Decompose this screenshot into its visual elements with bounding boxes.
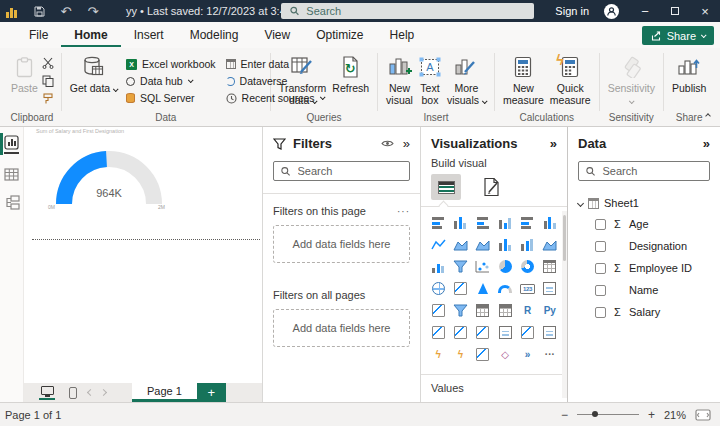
card-icon[interactable]: 123 <box>518 280 536 297</box>
zoom-slider[interactable] <box>577 414 639 415</box>
text-box-button[interactable]: A Textbox <box>416 53 444 108</box>
search-input[interactable] <box>306 5 525 17</box>
new-card-icon[interactable]: ϟ <box>429 346 447 363</box>
cut-icon[interactable] <box>41 56 56 70</box>
sensitivity-button[interactable]: Sensitivity <box>605 53 658 108</box>
azure-map-icon[interactable] <box>474 280 492 297</box>
copy-icon[interactable] <box>41 74 56 88</box>
filled-map-icon[interactable] <box>451 280 469 297</box>
smart-narrative-icon[interactable] <box>496 324 514 341</box>
page-tab[interactable]: Page 1 <box>132 383 197 402</box>
filters-search-input[interactable] <box>298 165 403 177</box>
field-row-designation[interactable]: Designation <box>568 235 720 257</box>
field-checkbox-age[interactable] <box>595 219 606 230</box>
new-visual-button[interactable]: Newvisual <box>383 53 416 108</box>
power-automate-icon[interactable]: » <box>518 346 536 363</box>
zoom-out-button[interactable]: − <box>561 408 568 422</box>
desktop-layout-button[interactable] <box>32 383 62 402</box>
zoom-slider-thumb[interactable] <box>592 411 598 417</box>
stacked-area-chart-icon[interactable] <box>474 236 492 253</box>
field-row-employee-id[interactable]: ΣEmployee ID <box>568 257 720 279</box>
quick-measure-button[interactable]: ϟ Quickmeasure <box>547 53 594 108</box>
maximize-button[interactable] <box>660 0 690 22</box>
line-and-stacked-column-chart-icon[interactable] <box>496 236 514 253</box>
multi-row-card-icon[interactable] <box>541 280 559 297</box>
new-page-button[interactable]: + <box>197 383 226 402</box>
stacked-bar-chart-icon[interactable] <box>429 214 447 231</box>
data-hub-button[interactable]: Data hub <box>126 75 216 87</box>
sql-server-button[interactable]: SQL Server <box>126 92 216 104</box>
expand-chevron-icon[interactable] <box>577 199 584 206</box>
share-button[interactable]: Share <box>642 26 714 45</box>
gauge-icon[interactable] <box>496 280 514 297</box>
r-script-visual-icon[interactable]: R <box>518 302 536 319</box>
report-canvas[interactable]: Sum of Salary and First Designation 964K… <box>24 127 262 383</box>
tab-help[interactable]: Help <box>377 23 428 47</box>
paste-button[interactable]: Paste <box>8 53 41 96</box>
key-influencers-icon[interactable] <box>429 324 447 341</box>
save-icon[interactable] <box>32 4 46 18</box>
pie-chart-icon[interactable] <box>496 258 514 275</box>
filters-all-pages-dropzone[interactable]: Add data fields here <box>273 309 410 347</box>
table-view-button[interactable] <box>3 167 20 182</box>
field-checkbox-salary[interactable] <box>595 307 606 318</box>
transform-data-button[interactable]: Transformdata <box>276 53 329 108</box>
kpi-icon[interactable] <box>429 302 447 319</box>
global-search[interactable] <box>281 3 534 19</box>
clustered-column-chart-icon[interactable] <box>496 214 514 231</box>
minimize-button[interactable]: − <box>630 0 660 22</box>
field-row-age[interactable]: ΣAge <box>568 213 720 235</box>
metrics-icon[interactable] <box>518 324 536 341</box>
account-avatar-icon[interactable] <box>603 3 620 20</box>
tab-view[interactable]: View <box>251 23 303 47</box>
refresh-button[interactable]: ↻ Refresh <box>329 53 372 96</box>
redo-icon[interactable]: ↷ <box>86 4 100 18</box>
tab-insert[interactable]: Insert <box>121 23 177 47</box>
funnel-chart-icon[interactable] <box>451 258 469 275</box>
arcgis-map-icon[interactable] <box>474 346 492 363</box>
power-apps-icon[interactable]: ◇ <box>496 346 514 363</box>
build-visual-mode-button[interactable] <box>431 174 461 200</box>
100-stacked-column-chart-icon[interactable] <box>541 214 559 231</box>
new-measure-button[interactable]: Newmeasure <box>500 53 547 108</box>
filters-search[interactable] <box>273 161 410 181</box>
collapse-data-pane-icon[interactable]: » <box>703 137 710 150</box>
tab-modeling[interactable]: Modeling <box>177 23 252 47</box>
fit-to-page-icon[interactable] <box>695 409 711 421</box>
format-painter-icon[interactable] <box>41 92 56 106</box>
clustered-bar-chart-icon[interactable] <box>474 214 492 231</box>
next-page-button[interactable] <box>97 383 110 402</box>
decomposition-tree-icon[interactable] <box>451 324 469 341</box>
treemap-icon[interactable] <box>541 258 559 275</box>
field-checkbox-designation[interactable] <box>595 241 606 252</box>
collapse-filters-pane-icon[interactable]: » <box>403 137 410 150</box>
eye-icon[interactable] <box>381 139 394 148</box>
line-chart-icon[interactable] <box>429 236 447 253</box>
ribbon-chart-icon[interactable] <box>541 236 559 253</box>
collapse-visualizations-pane-icon[interactable]: » <box>550 137 557 150</box>
matrix-icon[interactable] <box>496 302 514 319</box>
undo-icon[interactable]: ↶ <box>59 4 73 18</box>
publish-button[interactable]: Publish <box>669 53 709 96</box>
table-icon[interactable] <box>474 302 492 319</box>
python-visual-icon[interactable]: Py <box>541 302 559 319</box>
new-slicer-icon[interactable]: ϟ <box>451 346 469 363</box>
100-stacked-bar-chart-icon[interactable] <box>518 214 536 231</box>
field-checkbox-employee-id[interactable] <box>595 263 606 274</box>
field-row-salary[interactable]: ΣSalary <box>568 301 720 323</box>
report-view-button[interactable] <box>3 135 20 154</box>
previous-page-button[interactable] <box>84 383 97 402</box>
paginated-report-icon[interactable] <box>541 324 559 341</box>
tab-file[interactable]: File <box>16 23 61 47</box>
sign-in-button[interactable]: Sign in <box>555 5 589 17</box>
donut-chart-icon[interactable] <box>518 258 536 275</box>
zoom-in-button[interactable]: + <box>648 408 655 422</box>
field-checkbox-name[interactable] <box>595 285 606 296</box>
get-more-visuals-icon[interactable]: ··· <box>541 346 559 363</box>
field-row-name[interactable]: Name <box>568 279 720 301</box>
gauge-visual[interactable]: Sum of Salary and First Designation 964K… <box>32 128 260 240</box>
data-search-input[interactable] <box>602 165 702 177</box>
line-and-clustered-column-chart-icon[interactable] <box>518 236 536 253</box>
data-search[interactable] <box>578 161 710 181</box>
get-data-button[interactable]: Get data <box>67 53 120 96</box>
